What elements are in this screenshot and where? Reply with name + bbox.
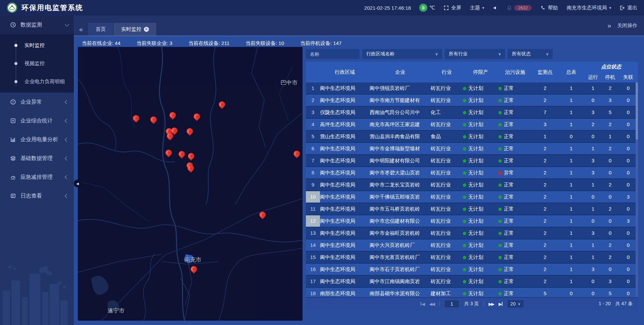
- table-row-12[interactable]: 12阆中生态环境局阆中市忠信建材有限公砖瓦行业无计划正常21003: [306, 215, 638, 227]
- last-page-button[interactable]: ▶: [499, 302, 503, 307]
- sidebar-subitem-2[interactable]: 企业电力负荷明细: [0, 72, 74, 91]
- table-row-9[interactable]: 9阆中生态环境局阆中市二龙长宝页岩砖砖瓦行业无计划正常21120: [306, 179, 638, 191]
- status-dot-icon: [463, 232, 466, 235]
- sidebar-item-4[interactable]: 基础数据管理: [0, 149, 74, 168]
- col-subheader-0: 运行: [584, 74, 602, 80]
- sidebar-subitem-0[interactable]: 实时监控: [0, 36, 74, 54]
- sidebar-item-3[interactable]: 企业用电量分析: [0, 130, 74, 149]
- chevron-left-icon: [65, 100, 69, 104]
- logout-button[interactable]: 退出: [620, 5, 637, 11]
- map-pin-3[interactable]: [193, 112, 202, 121]
- page-size-select[interactable]: 20∨: [507, 300, 524, 308]
- table-row-11[interactable]: 11阆中生态环境局阆中市五马桥页岩机砖砖瓦行业无计划正常21120: [306, 203, 638, 215]
- table-row-14[interactable]: 14阆中生态环境局阆中大兴页岩机砖厂砖瓦行业无计划正常21120: [306, 239, 638, 252]
- sidebar-item-label: 企业用电量分析: [20, 136, 58, 143]
- status-dot-icon: [498, 111, 502, 114]
- status-dot-icon: [498, 280, 502, 283]
- cell-offline: 3: [619, 191, 638, 203]
- map-collapse-button[interactable]: ◀: [74, 180, 81, 187]
- cell-facility-status: 正常: [498, 83, 532, 94]
- sidebar-subitem-1[interactable]: 视频监控: [0, 54, 74, 72]
- status-select[interactable]: 所有状态∨: [508, 49, 553, 59]
- cell-stopped: 0: [602, 167, 619, 178]
- close-icon[interactable]: ✕: [144, 27, 149, 32]
- cell-limit-status: 无计划: [463, 83, 498, 94]
- map-pin-1[interactable]: [149, 115, 158, 124]
- region-select[interactable]: 行政区域名称∨: [362, 49, 442, 59]
- name-search-input[interactable]: [306, 49, 360, 59]
- sidebar-item-5[interactable]: 应急减排管理: [0, 168, 74, 186]
- cell-industry: 砖瓦行业: [431, 203, 463, 215]
- table-row-15[interactable]: 15阆中生态环境局阆中市光富页岩机砖厂砖瓦行业无计划正常21120: [306, 252, 638, 264]
- table-row-10[interactable]: 10阆中生态环境局阆中千佛镇五郎垭页岩砖瓦行业无计划正常21003: [306, 191, 638, 203]
- layers-icon: [10, 155, 16, 161]
- org-dropdown[interactable]: 南充市生态环境局▾: [567, 5, 611, 11]
- sidebar-item-1[interactable]: 企业异常: [0, 93, 74, 111]
- cell-industry: 砖瓦行业: [431, 276, 463, 287]
- bullet-icon: [14, 44, 17, 47]
- cell-offline: 0: [619, 203, 638, 215]
- table-row-5[interactable]: 5营山生态环境局营山县润丰肉食品有限食品无计划正常10010: [306, 131, 638, 143]
- table-row-17[interactable]: 17阆中生态环境局阆中市江南镇阆南页岩砖瓦行业无计划正常21030: [306, 276, 638, 288]
- map-pin-0[interactable]: [131, 113, 141, 122]
- map-pin-2[interactable]: [168, 110, 177, 119]
- tab-1[interactable]: 实时监控✕: [114, 23, 156, 36]
- table-row-16[interactable]: 16阆中生态环境局阆中市石子页岩机砖厂砖瓦行业无计划正常21300: [306, 264, 638, 276]
- prev-page-button[interactable]: ◀◀: [429, 302, 434, 307]
- table-row-7[interactable]: 7阆中生态环境局阆中明阳建材有限公司砖瓦行业无计划正常21300: [306, 155, 638, 167]
- sidebar-item-2[interactable]: 企业综合统计: [0, 111, 74, 130]
- status-dot-icon: [463, 196, 466, 199]
- map-pin-9[interactable]: [164, 148, 173, 157]
- map-pin-16[interactable]: [190, 265, 199, 274]
- cell-offline: 0: [619, 167, 638, 178]
- page-number-input[interactable]: [444, 300, 460, 308]
- map-pin-7[interactable]: [185, 127, 195, 136]
- cell-monitor-points: 5: [532, 288, 558, 297]
- temperature-badge: 0: [420, 4, 427, 11]
- theme-dropdown[interactable]: 主题▾: [470, 5, 484, 11]
- speaker-button[interactable]: [493, 5, 498, 10]
- map-pin-11[interactable]: [187, 152, 196, 161]
- help-button[interactable]: 帮助: [540, 5, 558, 11]
- table-row-6[interactable]: 6阆中生态环境局阆中市金博瑞新型墙材砖瓦行业无计划正常21120: [306, 143, 638, 155]
- cell-limit-status: 无计划: [463, 288, 498, 297]
- sidebar-item-0[interactable]: 数据监测: [0, 15, 74, 34]
- table-row-3[interactable]: 3仪陇生态环境局西南油气田分公司川中化工无计划正常71350: [306, 107, 638, 119]
- table-row-8[interactable]: 8阆中生态环境局阆中市枣碧大梁山页岩砖瓦行业无计划异常21300: [306, 167, 638, 179]
- cell-offline: 0: [619, 264, 638, 275]
- map-pin-14[interactable]: [292, 149, 301, 158]
- row-number: 14: [306, 239, 320, 251]
- map-pin-15[interactable]: [258, 210, 267, 219]
- notification-button[interactable]: 2632: [507, 5, 532, 11]
- table-row-2[interactable]: 2阆中生态环境局阆中市南方节能建材有砖瓦行业无计划正常21030: [306, 95, 638, 107]
- cell-limit-status: 无计划: [463, 119, 498, 130]
- row-number: 8: [306, 167, 320, 178]
- app-title: 环保用电监管系统: [21, 3, 83, 12]
- row-number: 15: [306, 252, 320, 263]
- next-page-button[interactable]: ▶▶: [489, 302, 494, 307]
- map-panel[interactable]: 巴中市南充市遂宁市: [78, 47, 303, 321]
- cell-stopped: 3: [602, 276, 619, 287]
- table-row-4[interactable]: 4高坪生态环境局南充市高坪区王家店建砖瓦行业无计划正常31220: [306, 119, 638, 131]
- table-row-18[interactable]: 18南部生态环境局南部县砌华水泥有限公建材加工无计划正常50050: [306, 288, 638, 297]
- tabs-scroll-right-icon[interactable]: »: [607, 22, 611, 30]
- cell-limit-status: 无计划: [463, 131, 498, 142]
- table-scrollbar[interactable]: [636, 83, 638, 297]
- table-row-1[interactable]: 1阆中生态环境局阆中强锐页岩砖厂砖瓦行业无计划正常21120: [306, 83, 638, 95]
- stat-value: 147: [333, 40, 341, 46]
- stat-item-4: 当前停机设备: 147: [300, 40, 341, 47]
- close-operations-button[interactable]: 关闭操作: [617, 22, 637, 29]
- map-pin-10[interactable]: [177, 150, 186, 159]
- map-pin-4[interactable]: [218, 100, 227, 109]
- fullscreen-button[interactable]: 全屏: [444, 5, 461, 11]
- monitor-panel: 行政区域名称∨ 所有行业∨ 所有状态∨ 行政区域企业行业停限产治污设施监测点总表…: [306, 49, 638, 310]
- cell-region: 仪陇生态环境局: [320, 107, 370, 118]
- table-row-13[interactable]: 13阆中生态环境局阆中市金福旺页岩机砖砖瓦行业无计划正常21300: [306, 227, 638, 239]
- tab-0[interactable]: 首页: [88, 23, 113, 36]
- cell-offline: 0: [619, 155, 638, 166]
- first-page-button[interactable]: ◀: [420, 302, 424, 307]
- tabs-scroll-left-icon[interactable]: «: [74, 23, 88, 36]
- cell-monitor-points: 1: [532, 131, 558, 142]
- sidebar-item-6[interactable]: 日志查看: [0, 186, 74, 205]
- industry-select[interactable]: 所有行业∨: [445, 49, 505, 59]
